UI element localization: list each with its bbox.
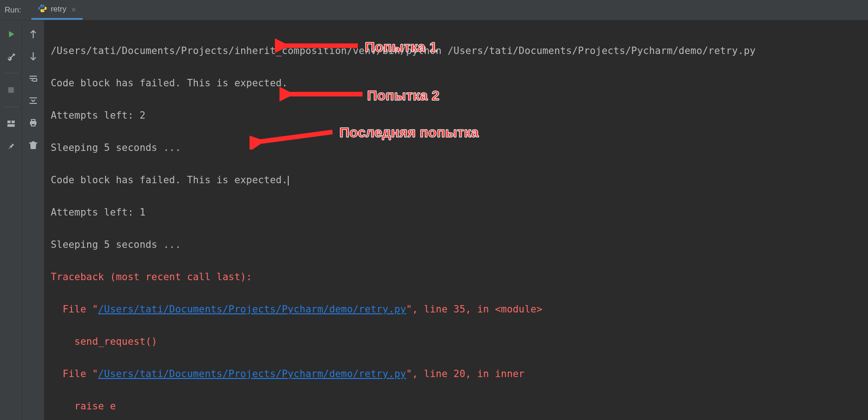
console-gutter (22, 20, 44, 420)
console-line: Attempts left: 1 (51, 204, 862, 221)
console-line: Sleeping 5 seconds ... (51, 140, 862, 156)
tab-label: retry (51, 5, 66, 14)
svg-rect-7 (31, 120, 35, 121)
stop-button[interactable] (5, 84, 18, 96)
soft-wrap-icon[interactable] (27, 72, 40, 85)
traceback-header: Traceback (most recent call last): (51, 269, 862, 285)
file-link[interactable]: /Users/tati/Documents/Projects/Pycharm/d… (98, 304, 406, 315)
traceback-frame: File "/Users/tati/Documents/Projects/Pyc… (51, 366, 862, 382)
console-line: Code block has failed. This is expected. (51, 75, 862, 91)
panel-title: Run: (5, 6, 21, 15)
svg-rect-5 (7, 124, 15, 127)
wrench-icon[interactable] (5, 50, 18, 63)
down-arrow-icon[interactable] (27, 50, 40, 63)
traceback-code: send_request() (51, 334, 862, 350)
console-line: Attempts left: 2 (51, 108, 862, 124)
trash-icon[interactable] (27, 138, 40, 151)
layout-icon[interactable] (5, 117, 18, 130)
console-output[interactable]: /Users/tati/Documents/Projects/inherit_c… (44, 20, 868, 420)
scroll-to-end-icon[interactable] (27, 94, 40, 107)
close-icon[interactable]: × (71, 4, 76, 14)
svg-rect-4 (12, 120, 15, 123)
svg-rect-3 (7, 120, 11, 123)
print-icon[interactable] (27, 116, 40, 129)
run-button[interactable] (5, 28, 18, 41)
traceback-code: raise e (51, 398, 862, 414)
run-tool-window-header: Run: retry × (0, 0, 868, 20)
separator (3, 73, 18, 73)
console-line: Code block has failed. This is expected. (51, 172, 862, 188)
python-file-icon (38, 4, 47, 15)
up-arrow-icon[interactable] (27, 28, 40, 41)
separator (3, 107, 18, 107)
console-line: Sleeping 5 seconds ... (51, 237, 862, 253)
traceback-frame: File "/Users/tati/Documents/Projects/Pyc… (51, 301, 862, 318)
svg-point-0 (41, 5, 42, 6)
annotation-label: Последняя попытка (339, 124, 479, 140)
svg-rect-2 (8, 87, 14, 93)
svg-point-1 (43, 11, 44, 12)
file-link[interactable]: /Users/tati/Documents/Projects/Pycharm/d… (98, 368, 406, 379)
pin-icon[interactable] (5, 139, 18, 152)
left-gutter (0, 20, 22, 420)
console-line: /Users/tati/Documents/Projects/inherit_c… (51, 43, 862, 59)
run-config-tab[interactable]: retry × (31, 0, 83, 20)
svg-rect-8 (31, 124, 35, 126)
